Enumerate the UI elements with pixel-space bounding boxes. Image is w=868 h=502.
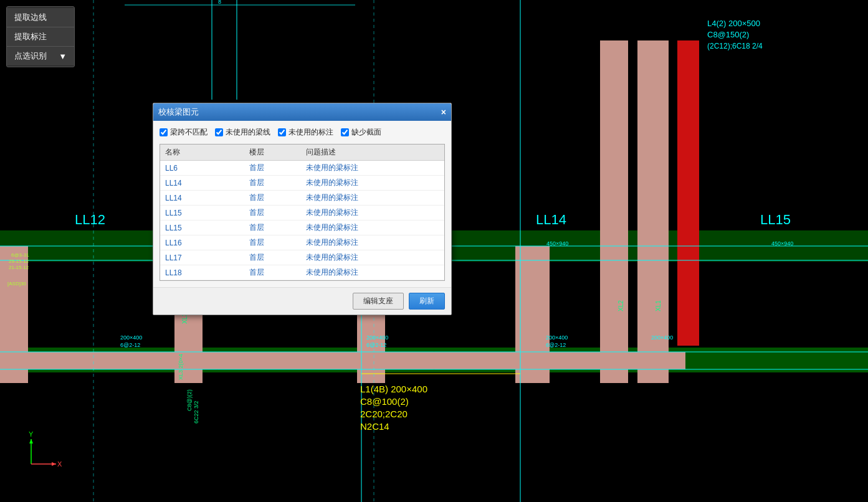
check-beam-dialog: 校核梁图元 × 梁跨不匹配 未使用的梁线 未使用的标注 缺少: [153, 103, 452, 315]
dialog-checkboxes: 梁跨不匹配 未使用的梁线 未使用的标注 缺少截面: [160, 127, 445, 138]
cell-issue: 未使用的梁标注: [301, 235, 444, 250]
table-row[interactable]: LL14首层未使用的梁标注: [160, 176, 444, 191]
toolbar: 提取边线 提取标注 点选识别 ▼: [6, 6, 75, 67]
checkbox-missing-section-input[interactable]: [341, 128, 349, 136]
cell-floor: 首层: [244, 235, 302, 250]
table-row[interactable]: LL15首层未使用的梁标注: [160, 220, 444, 235]
table-row[interactable]: LL14首层未使用的梁标注: [160, 191, 444, 206]
dialog-footer: 编辑支座 刷新: [153, 287, 451, 315]
cell-floor: 首层: [244, 176, 302, 191]
cell-issue: 未使用的梁标注: [301, 176, 444, 191]
checkbox-unused-annotations-input[interactable]: [278, 128, 286, 136]
table-row[interactable]: LL17首层未使用的梁标注: [160, 250, 444, 265]
cell-name: LL14: [160, 176, 244, 191]
cell-name: LL17: [160, 250, 244, 265]
cell-name: LL15: [160, 220, 244, 235]
checkbox-missing-section[interactable]: 缺少截面: [341, 127, 381, 138]
checkbox-mismatch[interactable]: 梁跨不匹配: [160, 127, 207, 138]
table-row[interactable]: 梁边线1首层未使用的梁边线: [160, 280, 444, 282]
table-row[interactable]: LL18首层未使用的梁标注: [160, 265, 444, 280]
cell-floor: 首层: [244, 250, 302, 265]
cell-issue: 未使用的梁标注: [301, 220, 444, 235]
cell-issue: 未使用的梁标注: [301, 161, 444, 176]
cell-name: 梁边线1: [160, 280, 244, 282]
dialog-close-button[interactable]: ×: [441, 108, 446, 116]
checkbox-mismatch-input[interactable]: [160, 128, 168, 136]
table-row[interactable]: LL6首层未使用的梁标注: [160, 161, 444, 176]
dropdown-arrow-icon: ▼: [59, 52, 67, 61]
checkbox-unused-annotations[interactable]: 未使用的标注: [278, 127, 333, 138]
dialog-table-wrapper[interactable]: 名称 楼层 问题描述 LL6首层未使用的梁标注LL14首层未使用的梁标注LL14…: [160, 144, 445, 281]
dialog-title: 校核梁图元: [158, 107, 199, 118]
cell-floor: 首层: [244, 191, 302, 206]
extract-edge-button[interactable]: 提取边线: [7, 8, 74, 27]
click-recognize-button[interactable]: 点选识别 ▼: [7, 47, 74, 65]
dialog-body: 梁跨不匹配 未使用的梁线 未使用的标注 缺少截面: [153, 121, 451, 287]
extract-annotation-button[interactable]: 提取标注: [7, 27, 74, 47]
table-row[interactable]: LL15首层未使用的梁标注: [160, 206, 444, 220]
cell-issue: 未使用的梁标注: [301, 206, 444, 220]
col-header-floor: 楼层: [244, 144, 302, 161]
cell-issue: 未使用的梁标注: [301, 265, 444, 280]
col-header-name: 名称: [160, 144, 244, 161]
cell-name: LL16: [160, 235, 244, 250]
cell-name: LL15: [160, 206, 244, 220]
dialog-titlebar[interactable]: 校核梁图元 ×: [153, 103, 451, 121]
cell-name: LL14: [160, 191, 244, 206]
checkbox-unused-lines-input[interactable]: [215, 128, 223, 136]
refresh-button[interactable]: 刷新: [409, 293, 445, 310]
cell-name: LL18: [160, 265, 244, 280]
cell-floor: 首层: [244, 280, 302, 282]
cell-issue: 未使用的梁标注: [301, 191, 444, 206]
cell-floor: 首层: [244, 206, 302, 220]
dialog-table: 名称 楼层 问题描述 LL6首层未使用的梁标注LL14首层未使用的梁标注LL14…: [160, 144, 444, 281]
cell-floor: 首层: [244, 265, 302, 280]
cell-issue: 未使用的梁边线: [301, 280, 444, 282]
cell-floor: 首层: [244, 220, 302, 235]
cell-name: LL6: [160, 161, 244, 176]
cell-issue: 未使用的梁标注: [301, 250, 444, 265]
col-header-issue: 问题描述: [301, 144, 444, 161]
cell-floor: 首层: [244, 161, 302, 176]
checkbox-unused-lines[interactable]: 未使用的梁线: [215, 127, 270, 138]
edit-support-button[interactable]: 编辑支座: [353, 293, 404, 310]
table-row[interactable]: LL16首层未使用的梁标注: [160, 235, 444, 250]
